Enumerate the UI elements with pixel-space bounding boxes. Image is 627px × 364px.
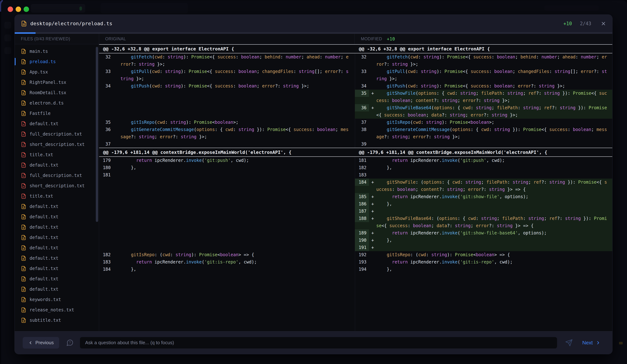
file-name: default.txt — [30, 162, 58, 168]
diff-line: 192 gitIsRepo: (cwd: string): Promise<bo… — [355, 251, 612, 259]
send-icon[interactable] — [565, 339, 573, 347]
line-number: 35 — [99, 119, 113, 126]
sidebar-file-default-txt[interactable]: default.txt — [15, 263, 99, 274]
file-name: default.txt — [30, 225, 58, 230]
diff-line: 36 gitGenerateCommitMessage(options: { c… — [99, 126, 355, 140]
diff-marker: + — [369, 215, 376, 222]
code-text: return ipcRenderer.invoke('git:is-repo',… — [376, 259, 612, 266]
line-number: 34 — [355, 82, 369, 90]
sidebar-file-default-txt[interactable]: default.txt — [15, 243, 99, 253]
sidebar-file-subtitle-txt[interactable]: subtitle.txt — [15, 315, 99, 325]
background-indicator — [79, 6, 82, 10]
sidebar-scrollbar[interactable] — [96, 47, 98, 222]
file-name: full_description.txt — [30, 173, 82, 178]
sidebar-file-preload-ts[interactable]: preload.ts — [15, 56, 99, 67]
file-name: electron.d.ts — [30, 101, 64, 105]
line-number: 39 — [355, 140, 369, 148]
sidebar-file-default-txt[interactable]: default.txt — [15, 274, 99, 284]
close-icon[interactable] — [601, 21, 606, 26]
diff-filler — [99, 237, 355, 244]
traffic-light-minimize-icon[interactable] — [16, 6, 21, 12]
sidebar-file-title-txt[interactable]: title.txt — [15, 150, 99, 160]
diff-filler — [99, 193, 355, 200]
sidebar-file-default-txt[interactable]: default.txt — [15, 222, 99, 232]
background-now-playing — [544, 5, 599, 11]
diff-filler — [99, 208, 355, 215]
next-file-button[interactable]: Next — [582, 340, 601, 346]
ask-question-input[interactable] — [80, 337, 557, 349]
file-list-sidebar: main.tspreload.tsApp.tsxRightPanel.tsxRo… — [15, 44, 99, 331]
svg-text:?: ? — [69, 341, 71, 344]
traffic-light-close-icon[interactable] — [8, 6, 13, 12]
file-text-icon — [21, 235, 26, 240]
modal-header: desktop/electron/preload.ts +10 2/43 — [15, 15, 612, 32]
file-text-icon — [21, 256, 26, 261]
diff-line: 32 gitFetch(cwd: string): Promise<{ succ… — [355, 53, 612, 68]
sidebar-file-title-txt[interactable]: title.txt — [15, 191, 99, 201]
code-text: }, — [120, 266, 355, 273]
code-text — [376, 171, 612, 179]
file-name: default.txt — [30, 245, 58, 250]
sidebar-file-default-txt[interactable]: default.txt — [15, 253, 99, 263]
sidebar-file-RightPanel-tsx[interactable]: RightPanel.tsx — [15, 77, 99, 88]
file-text-icon — [21, 307, 26, 313]
line-number: 192 — [355, 251, 369, 259]
sidebar-file-RoomDetail-tsx[interactable]: RoomDetail.tsx — [15, 88, 99, 98]
diff-line: 180 }, — [99, 164, 355, 171]
diff-line-added: 187+ — [355, 208, 612, 215]
line-number: 33 — [355, 68, 369, 75]
line-number: 184 — [99, 266, 113, 273]
sidebar-file-Fastfile[interactable]: Fastfile — [15, 108, 99, 118]
sidebar-file-default-txt[interactable]: default.txt — [15, 211, 99, 222]
file-name: title.txt — [30, 194, 53, 199]
sidebar-file-default-txt[interactable]: default.txt — [15, 160, 99, 170]
modified-added-badge: +10 — [387, 37, 395, 42]
sidebar-file-default-txt[interactable]: default.txt — [15, 284, 99, 294]
file-text-icon — [21, 20, 27, 27]
sidebar-file-short-description-txt[interactable]: short_description.txt — [15, 139, 99, 150]
sidebar-file-full-description-txt[interactable]: full_description.txt — [15, 129, 99, 139]
diff-line-added: 191+ — [355, 244, 612, 251]
code-text: }, — [376, 237, 612, 244]
sidebar-file-default-txt[interactable]: default.txt — [15, 201, 99, 211]
file-name: default.txt — [30, 276, 58, 281]
code-text: return ipcRenderer.invoke('git:push', cw… — [120, 157, 355, 164]
sidebar-file-electron-d-ts[interactable]: electron.d.ts — [15, 98, 99, 108]
diff-line-added: 185+ return ipcRenderer.invoke('git:show… — [355, 193, 612, 200]
sidebar-file-App-tsx[interactable]: App.tsx — [15, 67, 99, 77]
sidebar-file-keywords-txt[interactable]: keywords.txt — [15, 294, 99, 305]
line-number: 182 — [99, 251, 113, 259]
file-text-icon — [21, 214, 26, 219]
sidebar-file-full-description-txt[interactable]: full_description.txt — [15, 170, 99, 181]
line-number: 189 — [355, 229, 369, 237]
sidebar-file-main-ts[interactable]: main.ts — [15, 46, 99, 56]
diff-line: 184 }, — [99, 266, 355, 273]
sidebar-file-short-description-txt[interactable]: short_description.txt — [15, 181, 99, 191]
line-number: 180 — [99, 164, 113, 171]
file-name: main.ts — [30, 49, 48, 54]
diff-line: 182 gitIsRepo: (cwd: string): Promise<bo… — [99, 251, 355, 259]
code-text: gitGenerateCommitMessage(options: { cwd:… — [120, 126, 355, 140]
chat-question-icon[interactable]: ? — [66, 339, 74, 347]
traffic-light-zoom-icon[interactable] — [24, 6, 29, 12]
code-text: gitIsRepo(cwd: string): Promise<boolean>… — [120, 119, 355, 126]
file-name: default.txt — [30, 121, 58, 126]
code-text: }, — [120, 164, 355, 171]
file-name: keywords.txt — [30, 297, 61, 302]
file-name: default.txt — [30, 287, 58, 292]
line-number: 193 — [355, 259, 369, 266]
sidebar-file-release-notes-txt[interactable]: release_notes.txt — [15, 305, 99, 315]
diff-line-added: 35+ gitShowFile(options: { cwd: string; … — [355, 90, 612, 104]
previous-file-button[interactable]: Previous — [23, 337, 59, 349]
file-text-icon — [21, 69, 26, 75]
line-number: 182 — [355, 164, 369, 171]
code-text: }, — [376, 200, 612, 208]
sidebar-file-default-txt[interactable]: default.txt — [15, 232, 99, 243]
diff-line-added: 186+ }, — [355, 200, 612, 208]
file-name: title.txt — [30, 152, 53, 157]
sidebar-file-default-txt[interactable]: default.txt — [15, 118, 99, 129]
added-lines-badge: +10 — [563, 21, 572, 26]
file-name: Fastfile — [30, 111, 51, 116]
diff-line: 183 — [355, 171, 612, 179]
diff-line-added: 184+ gitShowFile: (options: { cwd: strin… — [355, 179, 612, 193]
